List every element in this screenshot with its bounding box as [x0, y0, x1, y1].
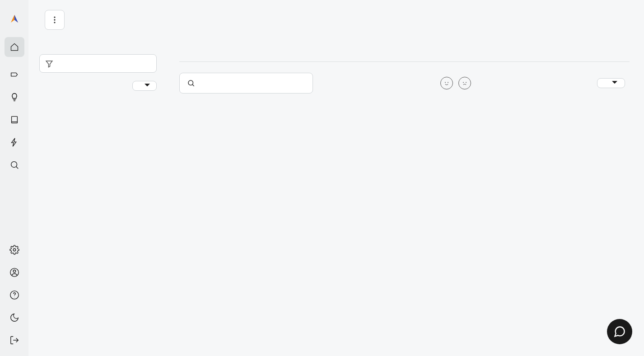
help-icon[interactable]: [9, 290, 19, 300]
lightbulb-icon[interactable]: [9, 92, 19, 102]
svg-point-14: [188, 80, 193, 85]
help-chat-button[interactable]: [607, 319, 632, 344]
sentiment-positive[interactable]: [440, 77, 453, 89]
svg-line-3: [16, 167, 18, 169]
moon-icon[interactable]: [9, 313, 19, 323]
search-icon: [187, 79, 195, 87]
sentiment-negative[interactable]: [458, 77, 471, 89]
bolt-icon[interactable]: [9, 137, 19, 147]
svg-point-10: [54, 17, 55, 18]
svg-point-12: [54, 22, 55, 23]
logout-icon[interactable]: [9, 335, 19, 345]
stats-row: [179, 54, 630, 62]
more-options-button[interactable]: [45, 10, 65, 30]
results-panel: [179, 54, 633, 125]
svg-point-6: [13, 270, 16, 273]
logo: [9, 14, 20, 24]
search-icon[interactable]: [9, 160, 19, 170]
funnel-icon: [45, 60, 53, 68]
home-icon[interactable]: [5, 37, 24, 57]
svg-point-19: [466, 82, 466, 83]
svg-point-16: [445, 82, 445, 83]
settings-icon[interactable]: [9, 245, 19, 255]
match-mode-select[interactable]: [597, 78, 625, 88]
svg-line-15: [192, 84, 194, 86]
sort-select[interactable]: [132, 81, 157, 91]
svg-point-18: [463, 82, 463, 83]
search-results-input[interactable]: [200, 79, 305, 88]
nav-rail: [0, 0, 28, 356]
book-icon[interactable]: [9, 115, 19, 125]
filter-tags-input[interactable]: [57, 59, 151, 68]
tags-sidebar: [39, 54, 157, 125]
svg-point-4: [13, 248, 16, 251]
svg-point-17: [448, 82, 448, 83]
account-icon[interactable]: [9, 267, 19, 277]
svg-point-2: [11, 162, 17, 168]
svg-marker-13: [46, 61, 52, 67]
svg-point-11: [54, 19, 55, 20]
search-results-box[interactable]: [179, 73, 313, 94]
tag-outline-icon[interactable]: [9, 70, 19, 80]
filter-tags-box[interactable]: [39, 54, 157, 73]
